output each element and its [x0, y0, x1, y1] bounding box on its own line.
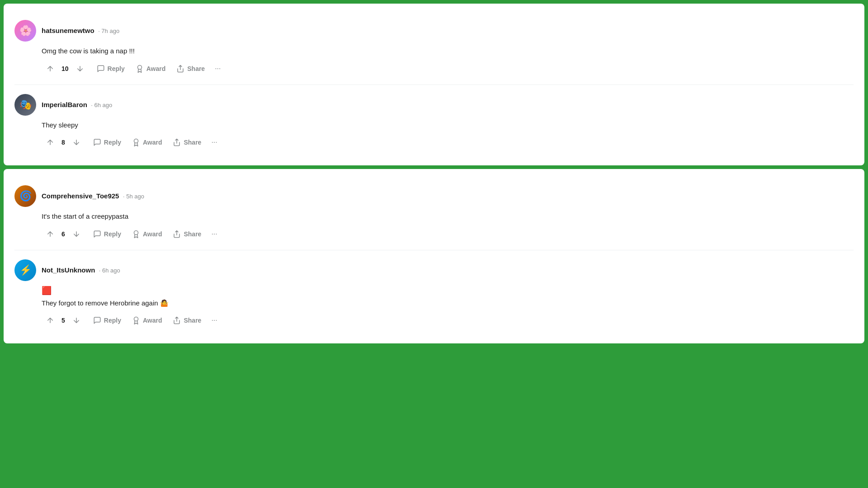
- share-button[interactable]: Share: [168, 136, 206, 149]
- vote-count: 8: [61, 139, 65, 146]
- comment-card-1: 🌸 hatsunemewtwo · 7h ago Omg the cow is …: [4, 4, 864, 165]
- username[interactable]: ImperialBaron: [42, 101, 87, 108]
- user-meta: hatsunemewtwo · 7h ago: [42, 27, 119, 35]
- downvote-button[interactable]: [71, 62, 89, 75]
- reply-icon: [93, 230, 101, 238]
- downvote-icon: [72, 230, 80, 238]
- upvote-icon: [46, 316, 54, 324]
- downvote-button[interactable]: [68, 136, 85, 149]
- reply-button[interactable]: Reply: [89, 136, 126, 149]
- award-icon: [132, 316, 140, 324]
- upvote-icon: [46, 138, 54, 146]
- comment-body: It's the start of a creepypasta 6: [42, 211, 854, 241]
- timestamp: · 5h ago: [123, 193, 144, 200]
- user-meta: ImperialBaron · 6h ago: [42, 101, 112, 109]
- comment-divider: [14, 250, 854, 250]
- comment-body: 🟥 They forgot to remove Herobrine again …: [42, 286, 854, 328]
- user-meta: Comprehensive_Toe925 · 5h ago: [42, 192, 144, 200]
- reply-button[interactable]: Reply: [89, 227, 126, 241]
- vote-group: 6: [42, 227, 85, 241]
- upvote-button[interactable]: [42, 227, 59, 241]
- downvote-button[interactable]: [68, 227, 85, 241]
- comment: ⚡ Not_ItsUnknown · 6h ago 🟥 They forgot …: [14, 252, 854, 335]
- share-icon: [173, 230, 181, 238]
- comment-text: They forgot to remove Herobrine again 🤷: [42, 298, 854, 309]
- award-icon: [132, 138, 140, 146]
- share-button[interactable]: Share: [172, 62, 209, 75]
- more-options-button[interactable]: ···: [208, 227, 221, 241]
- comment-header: 🌸 hatsunemewtwo · 7h ago: [14, 20, 854, 42]
- award-button[interactable]: Award: [127, 136, 167, 149]
- more-options-button[interactable]: ···: [211, 62, 224, 75]
- action-bar: 6 Reply Award: [42, 227, 854, 241]
- comment-divider: [14, 84, 854, 85]
- upvote-button[interactable]: [42, 62, 59, 75]
- comment-header: 🌀 Comprehensive_Toe925 · 5h ago: [14, 185, 854, 207]
- upvote-button[interactable]: [42, 136, 59, 149]
- svg-point-3: [134, 317, 138, 321]
- avatar[interactable]: ⚡: [14, 259, 36, 281]
- vote-count: 6: [61, 230, 65, 238]
- more-options-button[interactable]: ···: [208, 136, 221, 149]
- vote-group: 5: [42, 314, 85, 327]
- username[interactable]: hatsunemewtwo: [42, 27, 94, 34]
- share-icon: [176, 65, 184, 73]
- upvote-button[interactable]: [42, 314, 59, 327]
- award-button[interactable]: Award: [127, 227, 167, 241]
- username[interactable]: Comprehensive_Toe925: [42, 192, 119, 200]
- avatar[interactable]: 🌀: [14, 185, 36, 207]
- comment: 🌀 Comprehensive_Toe925 · 5h ago It's the…: [14, 178, 854, 248]
- avatar[interactable]: 🌸: [14, 20, 36, 42]
- award-button[interactable]: Award: [131, 62, 170, 75]
- upvote-icon: [46, 65, 54, 73]
- share-icon: [173, 138, 181, 146]
- comment-body: They sleepy 8 R: [42, 120, 854, 150]
- reply-icon: [97, 65, 105, 73]
- downvote-icon: [72, 316, 80, 324]
- comments-container: 🌸 hatsunemewtwo · 7h ago Omg the cow is …: [4, 4, 864, 343]
- action-bar: 5 Reply Award: [42, 314, 854, 327]
- comment-body: Omg the cow is taking a nap !!! 10: [42, 46, 854, 75]
- downvote-icon: [76, 65, 84, 73]
- share-icon: [173, 316, 181, 324]
- vote-count: 5: [61, 317, 65, 324]
- comment: 🌸 hatsunemewtwo · 7h ago Omg the cow is …: [14, 13, 854, 83]
- award-button[interactable]: Award: [127, 314, 167, 327]
- reply-button[interactable]: Reply: [92, 62, 129, 75]
- action-bar: 10 Reply Award: [42, 62, 854, 75]
- vote-group: 8: [42, 136, 85, 149]
- vote-group: 10: [42, 62, 89, 75]
- user-meta: Not_ItsUnknown · 6h ago: [42, 266, 120, 274]
- comment-thread: 🌸 hatsunemewtwo · 7h ago Omg the cow is …: [14, 13, 854, 156]
- upvote-icon: [46, 230, 54, 238]
- downvote-button[interactable]: [68, 314, 85, 327]
- avatar[interactable]: 🎭: [14, 94, 36, 116]
- svg-point-1: [134, 139, 138, 143]
- comment-card-2: 🌀 Comprehensive_Toe925 · 5h ago It's the…: [4, 169, 864, 343]
- comment-text: They sleepy: [42, 120, 854, 131]
- award-icon: [132, 230, 140, 238]
- share-button[interactable]: Share: [168, 314, 206, 327]
- comment-thread: 🌀 Comprehensive_Toe925 · 5h ago It's the…: [14, 178, 854, 334]
- reply-button[interactable]: Reply: [89, 314, 126, 327]
- emoji-prefix: 🟥: [42, 286, 854, 296]
- timestamp: · 7h ago: [98, 28, 119, 34]
- comment: 🎭 ImperialBaron · 6h ago They sleepy 8: [14, 87, 854, 157]
- comment-header: 🎭 ImperialBaron · 6h ago: [14, 94, 854, 116]
- award-icon: [136, 65, 144, 73]
- svg-point-0: [137, 65, 142, 69]
- reply-icon: [93, 316, 101, 324]
- comment-text: It's the start of a creepypasta: [42, 211, 854, 222]
- share-button[interactable]: Share: [168, 227, 206, 241]
- timestamp: · 6h ago: [99, 267, 120, 274]
- comment-text: Omg the cow is taking a nap !!!: [42, 46, 854, 56]
- svg-point-2: [134, 230, 138, 235]
- downvote-icon: [72, 138, 80, 146]
- timestamp: · 6h ago: [91, 102, 112, 108]
- vote-count: 10: [61, 65, 69, 72]
- username[interactable]: Not_ItsUnknown: [42, 266, 95, 274]
- reply-icon: [93, 138, 101, 146]
- comment-header: ⚡ Not_ItsUnknown · 6h ago: [14, 259, 854, 281]
- action-bar: 8 Reply Award: [42, 136, 854, 149]
- more-options-button[interactable]: ···: [208, 314, 221, 327]
